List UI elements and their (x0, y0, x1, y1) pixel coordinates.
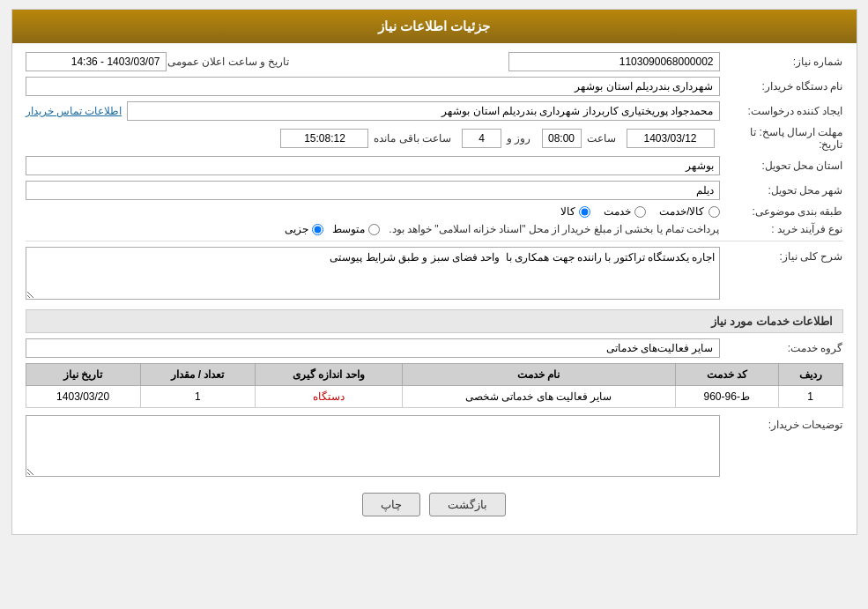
ejad-label: ایجاد کننده درخواست: (720, 105, 843, 117)
tasnif-kala-khedmat-radio[interactable] (708, 206, 720, 218)
col-tarikh: تاریخ نیاز (26, 364, 140, 386)
tozihat-label: توضیحات خریدار: (720, 415, 843, 431)
tasnif-khedmat-item[interactable]: خدمت (604, 205, 646, 218)
tasnif-kala-khedmat-label: کالا/خدمت (659, 205, 704, 218)
mohlat-label: مهلت ارسال پاسخ: تا تاریخ: (720, 126, 843, 151)
tasnif-value-cell: کالا/خدمت خدمت کالا (26, 205, 720, 218)
ejad-row: ایجاد کننده درخواست: اطلاعات تماس خریدار (26, 101, 843, 121)
button-row: بازگشت چاپ (26, 493, 843, 516)
cell-vahed: دستگاه (255, 386, 402, 408)
tasnif-kala-label: کالا (560, 205, 575, 218)
mohlat-saat-mande-input[interactable] (280, 129, 368, 148)
page-title: جزئیات اطلاعات نیاز (378, 19, 490, 33)
page-header: جزئیات اطلاعات نیاز (12, 10, 857, 43)
nooe-motavaset-item[interactable]: متوسط (332, 223, 380, 235)
col-name: نام خدمت (402, 364, 675, 386)
tarikhe-elam-label: تاریخ و ساعت اعلان عمومی: (158, 56, 290, 68)
cell-radif: 1 (778, 386, 842, 408)
nooe-jozei-label: جزیی (285, 223, 308, 235)
shahr-input[interactable] (26, 181, 720, 200)
tasnif-kala-radio[interactable] (579, 206, 590, 218)
nooe-note: پرداخت تمام یا بخشی از مبلغ خریدار از مح… (389, 223, 719, 235)
col-vahed: واحد اندازه گیری (255, 364, 402, 386)
cell-tedad: 1 (140, 386, 255, 408)
ejad-link[interactable]: اطلاعات تماس خریدار (26, 105, 122, 117)
ostan-row: استان محل تحویل: (26, 156, 843, 175)
tasnif-khedmat-radio[interactable] (634, 206, 646, 218)
grooh-row: گروه خدمت: (26, 338, 843, 358)
nooe-motavaset-label: متوسط (332, 223, 365, 235)
tarikhe-elam-group: تاریخ و ساعت اعلان عمومی: (167, 56, 290, 68)
cell-name: سایر فعالیت های خدماتی شخصی (402, 386, 675, 408)
services-table: ردیف کد خدمت نام خدمت واحد اندازه گیری ت… (26, 363, 843, 408)
grooh-label: گروه خدمت: (720, 342, 843, 354)
name-dastgah-value-cell (26, 77, 720, 96)
tozihat-row: توضیحات خریدار: (26, 415, 843, 479)
mohlat-saat-mande-label: ساعت باقی مانده (374, 132, 451, 145)
shahr-row: شهر محل تحویل: (26, 181, 843, 200)
mohlat-saat-input[interactable] (542, 129, 582, 148)
nooe-motavaset-radio[interactable] (368, 224, 380, 235)
sharh-textarea[interactable] (26, 247, 720, 300)
ostan-input[interactable] (26, 156, 720, 175)
col-tedad: تعداد / مقدار (140, 364, 255, 386)
ejad-value-cell: اطلاعات تماس خریدار (26, 101, 720, 121)
mohlat-row: مهلت ارسال پاسخ: تا تاریخ: ساعت روز و سا… (26, 126, 843, 151)
shomare-niaz-label: شماره نیاز: (720, 56, 843, 68)
tasnif-khedmat-label: خدمت (604, 205, 631, 218)
nooe-label: نوع فرآیند خرید : (720, 223, 843, 235)
nooe-value-cell: پرداخت تمام یا بخشی از مبلغ خریدار از مح… (26, 223, 720, 235)
tasnif-kala-khedmat-item[interactable]: کالا/خدمت (659, 205, 719, 218)
tozihat-value-cell (26, 415, 720, 479)
shomare-niaz-value-cell (308, 52, 720, 71)
shomare-niaz-input[interactable] (508, 52, 720, 71)
main-container: جزئیات اطلاعات نیاز شماره نیاز: تاریخ و … (11, 9, 857, 535)
shahr-label: شهر محل تحویل: (720, 184, 843, 197)
name-dastgah-label: نام دستگاه خریدار: (720, 80, 843, 93)
back-button[interactable]: بازگشت (429, 493, 506, 516)
tozihat-textarea[interactable] (26, 415, 720, 477)
table-header-row: ردیف کد خدمت نام خدمت واحد اندازه گیری ت… (26, 364, 842, 386)
tarikhe-elam-input[interactable] (26, 52, 167, 71)
ejad-input[interactable] (127, 101, 719, 121)
name-dastgah-row: نام دستگاه خریدار: (26, 77, 843, 96)
table-row: 1 ط-96-960 سایر فعالیت های خدماتی شخصی د… (26, 386, 842, 408)
name-dastgah-input[interactable] (26, 77, 720, 96)
sharh-row: شرح کلی نیاز: (26, 247, 843, 302)
cell-code: ط-96-960 (675, 386, 778, 408)
tasnif-label: طبقه بندی موضوعی: (720, 205, 843, 218)
col-radif: ردیف (778, 364, 842, 386)
col-code: کد خدمت (675, 364, 778, 386)
mohlat-date-input[interactable] (627, 129, 715, 148)
ostan-value-cell (26, 156, 720, 175)
sharh-label: شرح کلی نیاز: (720, 247, 843, 263)
mohlat-saat-label: ساعت (587, 132, 616, 145)
mohlat-rooz-label: روز و (507, 132, 530, 145)
shahr-value-cell (26, 181, 720, 200)
table-body: 1 ط-96-960 سایر فعالیت های خدماتی شخصی د… (26, 386, 842, 408)
sharh-value-cell (26, 247, 720, 302)
grooh-input[interactable] (26, 338, 720, 358)
grooh-value-cell (26, 338, 720, 358)
content-area: شماره نیاز: تاریخ و ساعت اعلان عمومی: نا… (12, 43, 857, 534)
mohlat-rooz-input[interactable] (462, 129, 501, 148)
nooe-row: نوع فرآیند خرید : پرداخت تمام یا بخشی از… (26, 223, 843, 235)
tasnif-kala-item[interactable]: کالا (560, 205, 590, 218)
nooe-jozei-radio[interactable] (312, 224, 323, 235)
print-button[interactable]: چاپ (362, 493, 420, 516)
cell-tarikh: 1403/03/20 (26, 386, 140, 408)
shomare-niaz-row: شماره نیاز: تاریخ و ساعت اعلان عمومی: (26, 52, 843, 71)
khadamat-section-title: اطلاعات خدمات مورد نیاز (26, 309, 843, 333)
table-head: ردیف کد خدمت نام خدمت واحد اندازه گیری ت… (26, 364, 842, 386)
tasnif-row: طبقه بندی موضوعی: کالا/خدمت خدمت کالا (26, 205, 843, 218)
ostan-label: استان محل تحویل: (720, 160, 843, 172)
nooe-jozei-item[interactable]: جزیی (285, 223, 323, 235)
